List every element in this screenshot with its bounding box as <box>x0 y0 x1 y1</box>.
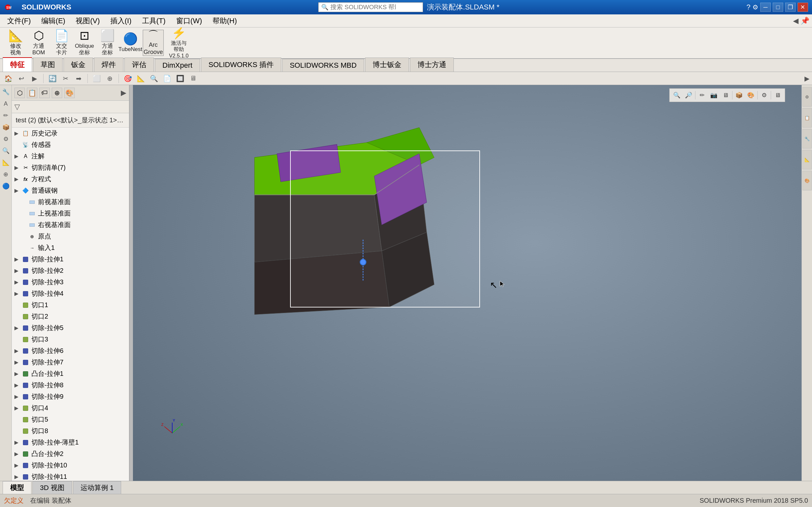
tree-item[interactable]: ▶切除-拉伸-薄壁1 <box>12 437 129 448</box>
tree-item-arrow[interactable] <box>14 142 21 148</box>
tree-item[interactable]: ▶✂切割清单(7) <box>12 162 129 173</box>
toolbar-bom[interactable]: ⬡ 方通BOM <box>28 30 49 56</box>
left-icon-5[interactable]: ⚙ <box>1 134 11 144</box>
restore-button[interactable]: ❐ <box>785 3 796 12</box>
tree-item[interactable]: ▶切除-拉伸4 <box>12 288 129 299</box>
expand-arrow[interactable]: ▶ <box>805 74 809 82</box>
tree-item[interactable]: ▶切除-拉伸6 <box>12 345 129 356</box>
search-bar[interactable]: 🔍 ▼ <box>318 2 423 12</box>
tb2-select[interactable]: ⬜ <box>91 73 102 84</box>
tree-item[interactable]: ▶凸台-拉伸1 <box>12 368 129 380</box>
tree-item[interactable]: ▶切除-拉伸5 <box>12 322 129 334</box>
panel-icon-tree[interactable]: ⬡ <box>14 88 25 98</box>
help-icon[interactable]: ? <box>747 3 751 11</box>
tree-item[interactable]: ▶🔷普通碳钢 <box>12 185 129 196</box>
tb2-back[interactable]: ↩ <box>16 73 27 84</box>
tree-item-arrow[interactable] <box>14 417 21 422</box>
vt-settings[interactable]: ⚙ <box>759 90 769 100</box>
search-input[interactable] <box>331 4 396 11</box>
panel-icon-color[interactable]: 🎨 <box>64 88 74 98</box>
tree-item[interactable]: 切口8 <box>12 425 129 437</box>
left-icon-7[interactable]: 📐 <box>1 158 11 167</box>
tree-item-arrow[interactable] <box>21 199 28 205</box>
tab-weldment[interactable]: 焊件 <box>94 58 123 72</box>
tree-item[interactable]: ▶A注解 <box>12 151 129 162</box>
menu-pin-icon[interactable]: 📌 <box>801 17 809 25</box>
resize-handle[interactable] <box>130 85 133 481</box>
tree-item-arrow[interactable]: ▶ <box>14 153 21 159</box>
vt-zoom-area[interactable]: 🔎 <box>683 90 694 100</box>
tab-sketch[interactable]: 草图 <box>33 58 62 72</box>
vt-screen[interactable]: 🖥 <box>720 90 731 100</box>
tree-item-arrow[interactable]: ▶ <box>14 405 21 411</box>
menu-window[interactable]: 窗口(W) <box>171 15 207 27</box>
toolbar-doc-card[interactable]: 📄 文交卡片 <box>51 30 72 56</box>
tab-sw-mbd[interactable]: SOLIDWORKS MBD <box>282 59 364 72</box>
tb2-frame[interactable]: 🔲 <box>174 73 186 84</box>
tree-item-arrow[interactable]: ▶ <box>14 176 21 182</box>
tab-features[interactable]: 特征 <box>3 57 32 72</box>
viewport-3d[interactable]: 🔍 🔎 ✏ 📷 🖥 📦 🎨 ⚙ 🖥 <box>133 85 802 481</box>
tree-item[interactable]: 切口3 <box>12 334 129 345</box>
tree-item[interactable]: ▶切除-拉伸3 <box>12 276 129 288</box>
tree-item-arrow[interactable] <box>21 222 28 228</box>
tab-dimxpert[interactable]: DimXpert <box>155 59 200 72</box>
right-panel-icon-4[interactable]: 📐 <box>803 150 812 169</box>
tb2-home[interactable]: 🏠 <box>3 73 14 84</box>
left-icon-3[interactable]: ✏ <box>1 111 11 120</box>
tb2-play[interactable]: ▶ <box>29 73 40 84</box>
left-icon-8[interactable]: ⊕ <box>1 169 11 179</box>
tree-item[interactable]: 切口2 <box>12 311 129 322</box>
menu-insert[interactable]: 插入(I) <box>106 15 136 27</box>
vt-display[interactable]: 🖥 <box>772 90 783 100</box>
tb2-refresh[interactable]: 🔄 <box>47 73 58 84</box>
toolbar-modify-view[interactable]: 📐 修改视角 <box>5 30 26 56</box>
tree-item[interactable]: ▶切除-拉伸8 <box>12 380 129 391</box>
tb2-document[interactable]: 📄 <box>161 73 172 84</box>
menu-help[interactable]: 帮助(H) <box>208 15 242 27</box>
left-icon-4[interactable]: 📦 <box>1 122 11 132</box>
left-icon-2[interactable]: A <box>1 99 11 109</box>
btab-model[interactable]: 模型 <box>3 481 32 494</box>
tree-item[interactable]: ▶切除-拉伸2 <box>12 265 129 276</box>
left-icon-1[interactable]: 🔧 <box>1 87 11 97</box>
tab-bs-fangtong[interactable]: 博士方通 <box>410 58 454 72</box>
tb2-measure[interactable]: 📐 <box>135 73 146 84</box>
tree-item-arrow[interactable]: ▶ <box>14 394 21 400</box>
tree-item-arrow[interactable] <box>14 314 21 320</box>
tab-sw-plugins[interactable]: SOLIDWORKS 插件 <box>201 58 281 72</box>
tb2-arrow[interactable]: ➡ <box>73 73 84 84</box>
tree-item[interactable]: ▶凸台-拉伸2 <box>12 448 129 460</box>
tree-item-arrow[interactable]: ▶ <box>14 290 21 297</box>
tree-item[interactable]: 前视基准面 <box>12 196 129 208</box>
tree-item-arrow[interactable]: ▶ <box>14 325 21 331</box>
tree-item-arrow[interactable]: ▶ <box>14 474 21 480</box>
vt-box-view[interactable]: 📦 <box>734 90 744 100</box>
toolbar-activate[interactable]: ⚡ 激活与帮助V2.5.1.0 <box>166 30 192 56</box>
tree-item-arrow[interactable]: ▶ <box>14 382 21 388</box>
tree-container[interactable]: ▶📋历史记录 📡传感器▶A注解▶✂切割清单(7)▶fx方程式▶🔷普通碳钢 前视基… <box>12 127 129 481</box>
tb2-zoom[interactable]: 🔍 <box>148 73 159 84</box>
menu-file[interactable]: 文件(F) <box>3 15 35 27</box>
toolbar-tubenest[interactable]: 🔵 TubeNest <box>120 30 141 56</box>
tree-item[interactable]: ▶切除-拉伸9 <box>12 391 129 402</box>
vt-sketch[interactable]: ✏ <box>697 90 707 100</box>
tree-item[interactable]: ▶切口4 <box>12 402 129 414</box>
tree-item[interactable]: ▶切除-拉伸7 <box>12 356 129 368</box>
tree-item-arrow[interactable]: ▶ <box>14 256 21 262</box>
tree-item[interactable]: 📡传感器 <box>12 139 129 151</box>
maximize-button[interactable]: □ <box>773 3 783 12</box>
tree-item-arrow[interactable]: ▶ <box>14 462 21 468</box>
tree-item-arrow[interactable]: ▶ <box>14 279 21 285</box>
tree-item-arrow[interactable] <box>21 233 28 239</box>
tree-item-arrow[interactable] <box>21 211 28 217</box>
btab-motion-1[interactable]: 运动算例 1 <box>73 481 121 494</box>
tree-item[interactable]: ▶切除-拉伸11 <box>12 471 129 481</box>
vt-camera[interactable]: 📷 <box>709 90 719 100</box>
right-panel-icon-1[interactable]: ⚙ <box>803 87 812 107</box>
menu-arrow-left[interactable]: ◀ <box>793 17 799 25</box>
tree-item-arrow[interactable]: ▶ <box>14 165 21 171</box>
tb2-cut[interactable]: ✂ <box>60 73 71 84</box>
tree-item-arrow[interactable]: ▶ <box>14 439 21 446</box>
panel-expand-arrow[interactable]: ▶ <box>121 89 126 97</box>
